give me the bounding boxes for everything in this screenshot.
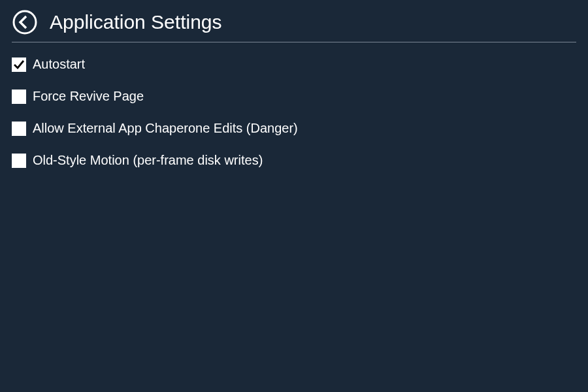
back-button[interactable]: [12, 9, 38, 35]
setting-old-style-motion[interactable]: Old-Style Motion (per-frame disk writes): [12, 153, 576, 168]
checkbox-force-revive-page[interactable]: [12, 90, 26, 104]
arrow-left-icon: [12, 9, 38, 35]
checkbox-old-style-motion[interactable]: [12, 154, 26, 168]
setting-autostart[interactable]: Autostart: [12, 57, 576, 72]
settings-list: Autostart Force Revive Page Allow Extern…: [0, 42, 588, 199]
checkmark-icon: [13, 59, 25, 71]
setting-label: Allow External App Chaperone Edits (Dang…: [33, 121, 298, 136]
setting-allow-external-chaperone[interactable]: Allow External App Chaperone Edits (Dang…: [12, 121, 576, 136]
setting-label: Force Revive Page: [33, 89, 144, 104]
page-title: Application Settings: [50, 11, 222, 33]
checkbox-autostart[interactable]: [12, 57, 26, 72]
setting-force-revive-page[interactable]: Force Revive Page: [12, 89, 576, 104]
svg-point-0: [14, 11, 36, 33]
header: Application Settings: [0, 0, 588, 42]
setting-label: Autostart: [33, 57, 85, 72]
checkbox-allow-external-chaperone[interactable]: [12, 122, 26, 136]
setting-label: Old-Style Motion (per-frame disk writes): [33, 153, 263, 168]
